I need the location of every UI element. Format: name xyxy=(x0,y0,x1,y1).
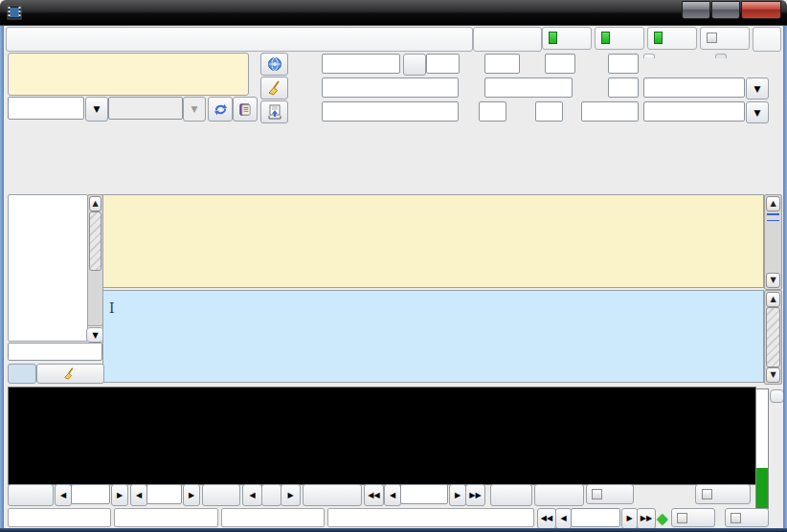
mode-combo-arrow[interactable]: ▼ xyxy=(85,97,108,122)
menu-file[interactable] xyxy=(11,31,30,38)
app-icon xyxy=(7,5,22,20)
tx-scroll-down-icon[interactable]: ▼ xyxy=(766,367,780,383)
qso-time-button[interactable] xyxy=(260,53,288,76)
afc-checkbox xyxy=(677,513,687,523)
tr-toggle[interactable] xyxy=(695,484,751,504)
county-combo-arrow[interactable]: ▼ xyxy=(746,78,769,100)
carrier-inc-fast[interactable]: ▶▶ xyxy=(465,484,485,506)
state-input[interactable] xyxy=(479,101,506,122)
menu-bar xyxy=(6,27,473,52)
county-combo-value[interactable] xyxy=(643,78,745,98)
txlevel-dec-fast[interactable]: ◀◀ xyxy=(537,508,556,529)
rx-scroll-down-icon[interactable]: ▼ xyxy=(766,273,780,288)
close-button[interactable] xyxy=(741,1,781,19)
wf-scroll-center[interactable] xyxy=(261,484,281,506)
carrier-dec[interactable]: ◀ xyxy=(384,484,401,506)
menu-log[interactable] xyxy=(101,31,121,38)
time-on-button[interactable] xyxy=(403,54,426,76)
wf-range-value[interactable] xyxy=(146,484,182,504)
rx-channel-list[interactable] xyxy=(8,194,88,342)
rx-channel-scroll-up-icon[interactable]: ▲ xyxy=(89,196,101,211)
wf-range-dec[interactable]: ◀ xyxy=(130,484,147,506)
province-input[interactable] xyxy=(535,101,563,122)
rx-scroll-thumb[interactable] xyxy=(767,213,779,221)
txlevel-value[interactable] xyxy=(571,508,620,527)
store-button[interactable] xyxy=(534,484,584,506)
frequency-display[interactable] xyxy=(8,53,249,96)
tab-cnty-cntry[interactable] xyxy=(643,54,655,58)
tab-notes[interactable] xyxy=(715,54,727,58)
lock-checkbox xyxy=(592,489,602,499)
fldigi-window: ▼ ▼ ▼ ▼ ▲ xyxy=(0,0,787,532)
time-on-input[interactable] xyxy=(426,54,460,74)
afc-toggle[interactable] xyxy=(671,508,715,527)
tune-toggle[interactable] xyxy=(700,27,750,50)
rx-channel-scroll-thumb[interactable] xyxy=(89,211,101,271)
menu-view[interactable] xyxy=(79,31,98,38)
wf-upper-dec[interactable]: ◀ xyxy=(55,484,72,506)
mode-combo-value[interactable] xyxy=(8,97,84,120)
country-combo-value[interactable] xyxy=(643,101,745,122)
rx-text-area[interactable] xyxy=(102,194,764,288)
minimize-button[interactable] xyxy=(682,1,710,19)
wf-zoom-button[interactable] xyxy=(202,484,240,506)
cq-search-input[interactable] xyxy=(8,343,102,361)
status-mode[interactable] xyxy=(8,508,111,527)
clear-rx-button[interactable] xyxy=(36,364,104,384)
wf-side-slider[interactable] xyxy=(770,389,784,403)
txid-toggle[interactable] xyxy=(647,27,697,50)
wf-scroll-right[interactable]: ▶ xyxy=(281,484,301,506)
txlevel-inc[interactable]: ▶ xyxy=(621,508,638,529)
rst-in-input[interactable] xyxy=(545,54,575,74)
sql-toggle[interactable] xyxy=(725,508,769,527)
rxid-toggle[interactable] xyxy=(595,27,644,50)
qsy-button[interactable] xyxy=(490,484,532,506)
country-combo-arrow[interactable]: ▼ xyxy=(746,101,769,123)
rx-scroll-up-icon[interactable]: ▲ xyxy=(766,196,780,211)
rx-text-scrollbar[interactable]: ▲ ▼ xyxy=(764,194,782,290)
wf-speed-button[interactable] xyxy=(303,484,362,506)
carrier-value[interactable] xyxy=(400,484,448,504)
save-icon xyxy=(267,104,282,120)
carrier-dec-fast[interactable]: ◀◀ xyxy=(364,484,384,506)
rst-out-input[interactable] xyxy=(608,54,639,74)
squelch-level-button[interactable] xyxy=(8,364,36,384)
log-freq-input[interactable] xyxy=(322,54,400,74)
wf-upper-inc[interactable]: ▶ xyxy=(111,484,128,506)
qth-input[interactable] xyxy=(322,101,459,122)
status-snr xyxy=(114,508,218,527)
clear-log-button[interactable] xyxy=(260,77,288,100)
az-input[interactable] xyxy=(608,78,639,98)
sync-button[interactable] xyxy=(208,97,233,122)
wf-scroll-left[interactable]: ◀ xyxy=(242,484,262,506)
carrier-inc[interactable]: ▶ xyxy=(449,484,466,506)
logbook-button[interactable] xyxy=(233,97,258,122)
title-bar[interactable] xyxy=(0,0,787,26)
time-off-input[interactable] xyxy=(484,54,520,74)
tx-text-area[interactable]: I xyxy=(102,290,764,383)
op-input[interactable] xyxy=(484,78,573,98)
lock-toggle[interactable] xyxy=(586,484,634,504)
maximize-button[interactable] xyxy=(711,1,740,19)
tx-scroll-thumb[interactable] xyxy=(766,307,780,367)
menu-spacer xyxy=(473,27,542,52)
call-input[interactable] xyxy=(322,78,459,98)
waterfall-scale-canvas xyxy=(9,388,755,409)
tx-scroll-up-icon[interactable]: ▲ xyxy=(766,292,780,307)
wf-mode-button[interactable] xyxy=(8,484,54,506)
menu-spacer-2 xyxy=(753,27,781,52)
waterfall-canvas[interactable] xyxy=(9,409,755,484)
rx-channel-scrollbar[interactable]: ▲ xyxy=(87,194,103,326)
locator-input[interactable] xyxy=(581,101,639,122)
menu-configuration[interactable] xyxy=(56,31,76,38)
save-qso-button[interactable] xyxy=(260,100,288,123)
menu-help[interactable] xyxy=(161,31,180,38)
wf-upper-value[interactable] xyxy=(71,484,110,504)
rx-channel-freq xyxy=(10,326,84,339)
tx-text-scrollbar[interactable]: ▲ ▼ xyxy=(764,290,782,385)
menu-modulation[interactable] xyxy=(34,31,53,38)
wf-range-inc[interactable]: ▶ xyxy=(183,484,200,506)
txlevel-inc-fast[interactable]: ▶▶ xyxy=(637,508,656,529)
txlevel-dec[interactable]: ◀ xyxy=(555,508,572,529)
spot-toggle[interactable] xyxy=(542,27,592,50)
